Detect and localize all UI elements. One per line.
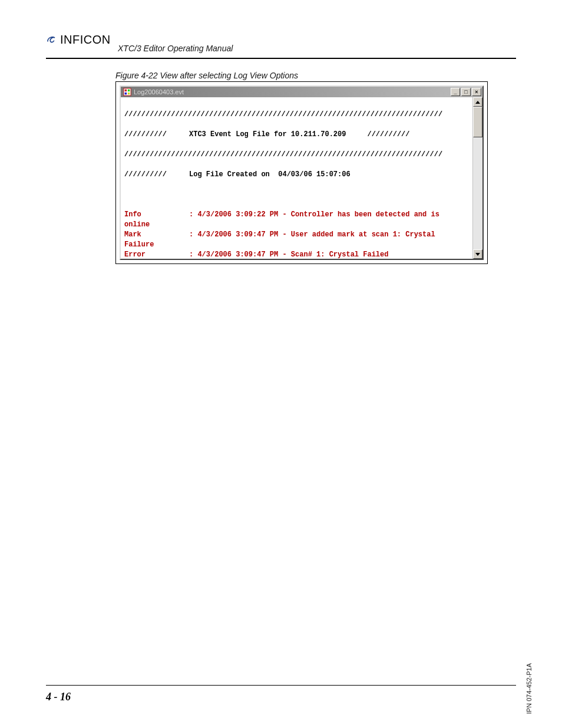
brand-name: INFICON — [60, 33, 111, 47]
footer-rule — [46, 685, 516, 686]
log-header-created: Log File Created on 04/03/06 15:07:06 — [189, 170, 469, 180]
log-tag: Failure — [124, 240, 189, 250]
log-tag: online — [124, 220, 189, 230]
window-title: Log20060403.evt — [134, 88, 451, 95]
maximize-button[interactable]: □ — [461, 88, 471, 96]
log-sep-left: ////////// — [124, 170, 189, 180]
log-row-rest: : 4/3/2006 3:09:47 PM - Scan# 1: Crystal… — [189, 250, 469, 259]
page-header: INFICON XTC/3 Editor Operating Manual — [46, 33, 516, 57]
log-row-rest: : 4/3/2006 3:09:22 PM - Controller has b… — [189, 210, 469, 220]
log-row: Failure — [124, 240, 469, 250]
log-tag: Info — [124, 210, 189, 220]
log-separator: ////////////////////////////////////////… — [124, 150, 469, 160]
log-row: Error: 4/3/2006 3:09:47 PM - Scan# 1: Cr… — [124, 250, 469, 259]
arrow-down-icon — [475, 253, 480, 256]
scroll-up-button[interactable] — [473, 97, 482, 107]
log-row: Mark: 4/3/2006 3:09:47 PM - User added m… — [124, 230, 469, 240]
log-window: Log20060403.evt _ □ × //////////////////… — [120, 85, 484, 260]
log-text[interactable]: ////////////////////////////////////////… — [121, 97, 472, 259]
arrow-up-icon — [475, 101, 480, 104]
log-row-rest — [189, 220, 469, 230]
log-sep-left: ////////// — [124, 130, 189, 140]
window-client: ////////////////////////////////////////… — [121, 97, 482, 259]
svg-rect-2 — [128, 90, 130, 92]
minimize-button[interactable]: _ — [451, 88, 460, 96]
svg-rect-3 — [125, 93, 127, 95]
window-controls: _ □ × — [451, 88, 481, 96]
inficon-swirl-icon — [46, 34, 57, 45]
log-row: Info: 4/3/2006 3:09:22 PM - Controller h… — [124, 210, 469, 220]
figure-frame: Log20060403.evt _ □ × //////////////////… — [115, 81, 488, 264]
log-row-rest — [189, 240, 469, 250]
svg-rect-4 — [128, 93, 130, 95]
log-tag: Mark — [124, 230, 189, 240]
blank-line — [124, 190, 469, 200]
manual-title: XTC/3 Editor Operating Manual — [118, 44, 233, 53]
log-row-rest: : 4/3/2006 3:09:47 PM - User added mark … — [189, 230, 469, 240]
log-separator: ////////////////////////////////////////… — [124, 110, 469, 120]
page: INFICON XTC/3 Editor Operating Manual Fi… — [0, 0, 562, 728]
brand-logo: INFICON — [46, 33, 516, 47]
svg-rect-1 — [125, 90, 127, 92]
header-rule — [46, 58, 516, 59]
app-icon — [123, 88, 131, 96]
close-button[interactable]: × — [472, 88, 481, 96]
scroll-thumb[interactable] — [473, 107, 482, 137]
log-tag: Error — [124, 250, 189, 259]
vertical-scrollbar[interactable] — [472, 97, 482, 259]
ipn-code: IPN 074-452-P1A — [525, 663, 533, 714]
log-header-title: XTC3 Event Log File for 10.211.70.209 //… — [189, 130, 469, 140]
scroll-down-button[interactable] — [473, 249, 482, 259]
page-number: 4 - 16 — [46, 691, 71, 703]
log-row: online — [124, 220, 469, 230]
figure-caption: Figure 4-22 View after selecting Log Vie… — [115, 71, 298, 80]
window-titlebar[interactable]: Log20060403.evt _ □ × — [121, 87, 482, 97]
